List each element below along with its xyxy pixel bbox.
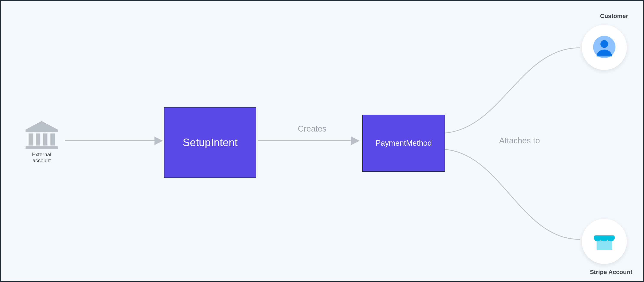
svg-point-1 — [40, 126, 44, 130]
node-payment-method: PaymentMethod — [362, 114, 445, 172]
stripe-account-label: Stripe Account — [568, 269, 632, 276]
node-stripe-account — [582, 219, 627, 264]
edge-payment-to-customer — [444, 48, 580, 133]
store-icon — [592, 228, 617, 255]
svg-rect-6 — [26, 146, 58, 149]
node-setup-intent: SetupIntent — [164, 107, 256, 178]
node-external-account: External account — [24, 121, 59, 164]
diagram-frame: External account SetupIntent PaymentMeth… — [0, 0, 644, 282]
svg-rect-2 — [28, 134, 33, 146]
edge-payment-to-stripe — [444, 149, 580, 239]
edge-label-attaches: Attaches to — [496, 136, 543, 145]
node-customer — [582, 25, 627, 70]
external-account-label: External account — [24, 152, 59, 164]
svg-point-8 — [600, 40, 608, 48]
customer-label: Customer — [564, 13, 628, 20]
svg-rect-9 — [596, 241, 612, 250]
diagram-stage: External account SetupIntent PaymentMeth… — [1, 1, 643, 281]
svg-rect-3 — [36, 134, 40, 146]
setup-intent-label: SetupIntent — [183, 136, 238, 149]
connectors — [1, 1, 643, 281]
edge-label-creates: Creates — [282, 124, 342, 134]
bank-icon — [24, 121, 59, 149]
payment-method-label: PaymentMethod — [376, 139, 432, 148]
svg-rect-5 — [50, 134, 55, 146]
svg-rect-4 — [43, 134, 48, 146]
user-icon — [592, 34, 617, 61]
